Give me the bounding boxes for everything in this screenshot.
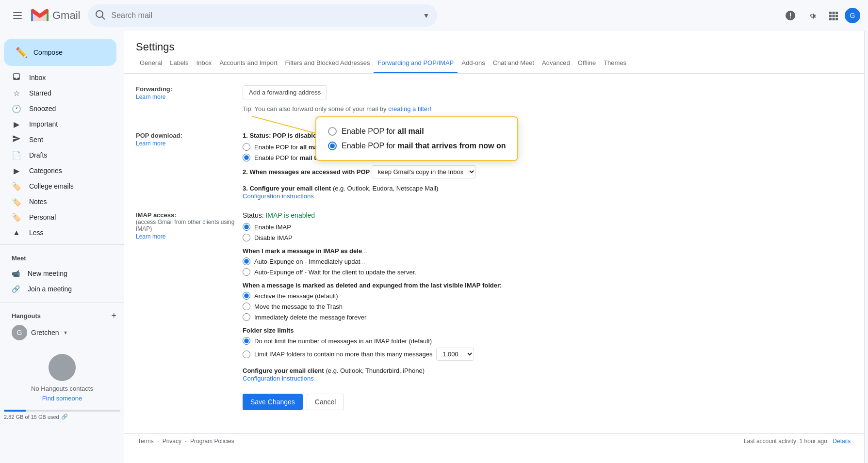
sidebar-item-label-drafts: Drafts (29, 151, 116, 159)
imap-del-opt3-radio[interactable] (243, 313, 250, 321)
pop-option1-radio[interactable] (243, 143, 250, 151)
sidebar-item-label-important: Important (29, 120, 116, 128)
svg-rect-2 (13, 18, 22, 19)
tab-chat[interactable]: Chat and Meet (489, 53, 538, 74)
pop-section3: 3. Configure your email client (e.g. Out… (243, 184, 852, 200)
folder-size-opt2-radio[interactable] (243, 351, 250, 358)
apps-button[interactable] (823, 6, 843, 25)
imap-label: IMAP access: (136, 211, 243, 219)
search-icon[interactable] (96, 10, 105, 21)
hangouts-dropdown[interactable]: ▾ (64, 329, 67, 336)
cancel-button[interactable]: Cancel (307, 394, 344, 410)
sidebar-item-drafts[interactable]: 📄 Drafts (0, 147, 124, 163)
imap-auto1-label: Auto-Expunge on - Immediately updat... (254, 258, 365, 265)
help-button[interactable] (781, 6, 800, 25)
tab-filters[interactable]: Filters and Blocked Addresses (281, 53, 374, 74)
tab-inbox[interactable]: Inbox (193, 53, 216, 74)
footer-details-link[interactable]: Details (831, 438, 852, 445)
sent-icon (12, 134, 21, 145)
sidebar-item-label-inbox: Inbox (29, 74, 116, 81)
hangouts-find-link[interactable]: Find someone (42, 395, 82, 402)
folder-size-opt2-label: Limit IMAP folders to contain no more th… (254, 348, 474, 361)
sidebar-item-inbox[interactable]: Inbox (0, 70, 124, 85)
college-emails-icon: 🏷️ (12, 182, 21, 191)
hangouts-section: Hangouts + G Gretchen ▾ No Hangouts cont… (0, 307, 124, 408)
tab-addons[interactable]: Add-ons (458, 53, 489, 74)
starred-icon: ☆ (12, 89, 21, 98)
topbar: Gmail ▼ (0, 0, 868, 31)
sidebar-item-less[interactable]: ▲ Less (0, 225, 124, 240)
compose-label: Compose (33, 48, 63, 56)
sidebar-item-college-emails[interactable]: 🏷️ College emails (0, 178, 124, 194)
storage-progress-fill (4, 410, 26, 412)
imap-del-opt2-radio[interactable] (243, 303, 250, 310)
footer-program-policies[interactable]: Program Policies (190, 438, 234, 445)
configure-link[interactable]: Configuration instructions (243, 375, 314, 382)
sidebar-item-snoozed[interactable]: 🕐 Snoozed (0, 101, 124, 116)
imap-auto1-radio[interactable] (243, 257, 250, 265)
tab-offline[interactable]: Offline (574, 53, 600, 74)
footer-details[interactable]: Details (833, 438, 851, 445)
sidebar-item-notes[interactable]: 🏷️ Notes (0, 194, 124, 209)
search-input[interactable] (111, 11, 417, 20)
folder-size-opt2-item: Limit IMAP folders to contain no more th… (243, 348, 852, 361)
pop-content: 1. Status: POP is disabled Enable POP fo… (243, 132, 852, 200)
svg-rect-6 (833, 12, 835, 14)
folder-size-opt1-label: Do not limit the number of messages in a… (254, 337, 432, 345)
imap-enable-radio[interactable] (243, 223, 250, 231)
tab-general[interactable]: General (136, 53, 166, 74)
imap-del-opt1-radio[interactable] (243, 292, 250, 300)
tab-forwarding[interactable]: Forwarding and POP/IMAP (374, 53, 458, 74)
imap-del-opt1-item: Archive the message (default) (243, 292, 852, 300)
imap-deleted-label: When a message is marked as deleted and … (243, 282, 852, 289)
pop-label-col: POP download: Learn more (136, 132, 243, 200)
notes-icon: 🏷️ (12, 197, 21, 207)
gmail-text: Gmail (52, 9, 80, 22)
folder-size-dropdown[interactable]: 1,000 2,000 5,000 10,000 (436, 348, 474, 361)
sidebar-item-sent[interactable]: Sent (0, 132, 124, 147)
topbar-right: G (781, 6, 860, 25)
less-icon: ▲ (12, 228, 21, 237)
compose-button[interactable]: ✏️ Compose (4, 39, 116, 66)
save-changes-button[interactable]: Save Changes (243, 394, 303, 410)
tab-accounts[interactable]: Accounts and Import (215, 53, 281, 74)
add-forwarding-btn[interactable]: Add a forwarding address (243, 85, 327, 99)
hangouts-no-contacts-section: No Hangouts contacts Find someone (0, 342, 124, 406)
pop-option2-radio[interactable] (243, 154, 250, 161)
imap-auto2-radio[interactable] (243, 268, 250, 276)
pop-label: POP download: (136, 132, 243, 139)
forwarding-learn-more[interactable]: Learn more (136, 94, 165, 100)
pop-dropdown[interactable]: keep Gmail's copy in the Inbox archive G… (372, 165, 476, 178)
sidebar-item-categories[interactable]: ▶ Categories (0, 163, 124, 178)
inbox-icon (12, 72, 21, 83)
hangouts-add-button[interactable]: + (111, 311, 116, 321)
footer-privacy[interactable]: Privacy (163, 438, 181, 445)
sidebar-item-important[interactable]: ▶ Important (0, 116, 124, 132)
sidebar-item-personal[interactable]: 🏷️ Personal (0, 209, 124, 225)
tab-advanced[interactable]: Advanced (538, 53, 574, 74)
sidebar-item-new-meeting[interactable]: 📹 New meeting (0, 266, 124, 281)
avatar[interactable]: G (845, 8, 860, 23)
svg-rect-0 (13, 12, 22, 13)
hangouts-user-item[interactable]: G Gretchen ▾ (0, 323, 124, 342)
sidebar-item-join-meeting[interactable]: 🔗 Join a meeting (0, 281, 124, 297)
menu-icon[interactable] (8, 6, 27, 25)
svg-rect-5 (829, 12, 832, 14)
creating-filter-link[interactable]: creating a filter! (388, 105, 431, 112)
search-bar[interactable]: ▼ (88, 4, 437, 27)
imap-learn-more[interactable]: Learn more (136, 233, 165, 240)
hangouts-no-contacts-text: No Hangouts contacts (12, 385, 113, 392)
footer-terms[interactable]: Terms (138, 438, 154, 445)
imap-status-text: IMAP is enabled (265, 211, 315, 219)
forwarding-label: Forwarding: (136, 85, 243, 93)
pop-learn-more[interactable]: Learn more (136, 140, 165, 147)
search-dropdown-icon[interactable]: ▼ (423, 12, 430, 19)
tab-labels[interactable]: Labels (166, 53, 192, 74)
configure-section: Configure your email client (e.g. Outloo… (243, 367, 852, 382)
settings-button[interactable] (802, 6, 821, 25)
sidebar-item-starred[interactable]: ☆ Starred (0, 85, 124, 101)
tab-themes[interactable]: Themes (600, 53, 630, 74)
pop-config-link[interactable]: Configuration instructions (243, 192, 314, 200)
folder-size-opt1-radio[interactable] (243, 337, 250, 345)
imap-disable-radio[interactable] (243, 234, 250, 241)
